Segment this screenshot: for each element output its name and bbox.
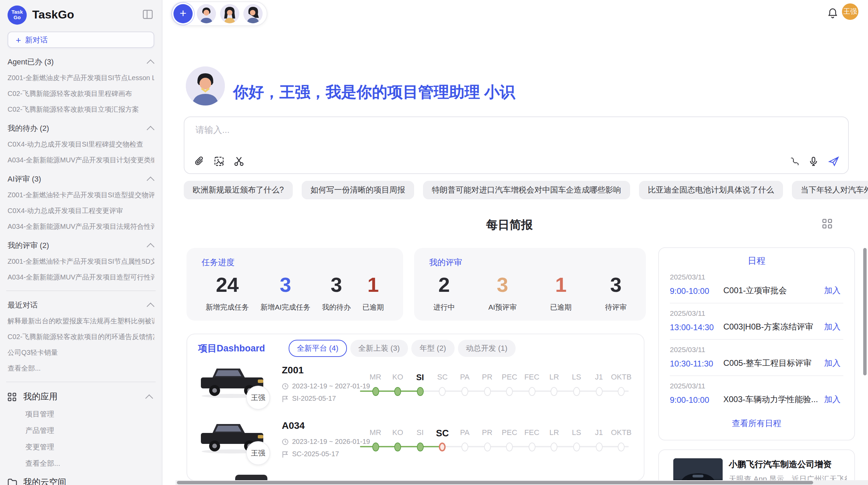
notifications-bell-icon[interactable] xyxy=(828,8,838,18)
divider xyxy=(6,382,156,382)
schedule-time: 10:30-11:30 xyxy=(670,359,723,368)
stat: 1 已逾期 xyxy=(362,273,384,312)
join-meeting-link[interactable]: 加入 xyxy=(824,321,843,333)
schedule-title: 日程 xyxy=(670,255,843,267)
app-logo: Task Go xyxy=(8,5,27,25)
list-item[interactable]: Z001-全新燃油轻卡产品开发项目SI节点属性5D文件评审 xyxy=(8,257,154,266)
section-header-my-todo[interactable]: 我的待办 (2) xyxy=(8,123,154,134)
flag-icon xyxy=(282,395,289,402)
tab-all-new-platform[interactable]: 全新平台 (4) xyxy=(289,340,347,357)
flag-icon xyxy=(282,450,289,457)
project-flag-milestone: SC-2025-05-17 xyxy=(282,450,339,458)
briefing-title: 每日简报 xyxy=(162,217,856,233)
list-item[interactable]: C0X4-动力总成开发项目工程变更评审 xyxy=(8,206,154,216)
schedule-entry: 2025/03/11 9:00-10:00 C001-立项审批会 加入 xyxy=(670,267,843,303)
layout-grid-icon[interactable] xyxy=(822,219,832,229)
join-meeting-link[interactable]: 加入 xyxy=(824,394,843,406)
list-item[interactable]: C02-飞腾新能源轻客改款项目的闭环通告反馈情况 xyxy=(8,332,154,342)
suggestion-chip[interactable]: 当下年轻人对汽车外观有怎样的喜好趋势 xyxy=(792,181,868,199)
add-agent-button[interactable]: + xyxy=(173,4,193,23)
suggestion-chips: 欧洲新规最近颁布了什么? 如何写一份清晰的项目周报 特朗普可能对进口汽车增税会对… xyxy=(184,181,868,199)
sidebar-item-product-mgmt[interactable]: 产品管理 xyxy=(25,426,154,436)
sidebar-collapse-icon[interactable] xyxy=(143,10,153,19)
divider xyxy=(6,290,156,291)
list-item[interactable]: 公司Q3轻卡销量 xyxy=(8,348,154,358)
section-header-recent-chats[interactable]: 最近对话 xyxy=(8,300,154,310)
suggestion-chip[interactable]: 比亚迪全固态电池计划具体说了什么 xyxy=(639,181,783,199)
view-all-schedule-link[interactable]: 查看所有日程 xyxy=(670,412,843,436)
horizontal-scrollbar[interactable] xyxy=(176,480,868,485)
agent-avatar-1[interactable] xyxy=(197,4,216,23)
section-header-my-review[interactable]: 我的评审 (2) xyxy=(8,240,154,251)
sidebar-item-cloud-space[interactable]: 我的云空间 xyxy=(8,477,154,485)
milestone-dot xyxy=(595,442,602,451)
suggestion-chip[interactable]: 如何写一份清晰的项目周报 xyxy=(302,181,414,199)
stat-label: 我的待办 xyxy=(322,303,351,312)
list-item[interactable]: C02-飞腾新能源轻客改款项目里程碑画布 xyxy=(8,89,154,99)
schedule-name: X003-车辆动力学性能验... xyxy=(723,394,824,406)
list-item[interactable]: Z001-全新燃油皮卡产品开发项目SI节点Lesson Learn报告 xyxy=(8,73,154,83)
chevron-up-icon xyxy=(147,243,155,251)
schedule-panel: 日程 2025/03/11 9:00-10:00 C001-立项审批会 加入 2… xyxy=(658,247,855,440)
stat: 3 我的待办 xyxy=(322,273,351,312)
milestone-dot xyxy=(551,387,558,396)
join-meeting-link[interactable]: 加入 xyxy=(824,358,843,369)
send-icon[interactable] xyxy=(828,156,839,166)
new-chat-button[interactable]: + 新对话 xyxy=(8,32,154,48)
scissors-icon[interactable] xyxy=(234,156,244,166)
greeting-text: 你好，王强，我是你的项目管理助理 小识 xyxy=(233,82,515,103)
vertical-scrollbar-thumb[interactable] xyxy=(863,248,867,375)
task-progress-card: 任务进度 24 新增完成任务 3 新增AI完成任务 3 我的待办 1 已逾期 xyxy=(186,248,403,321)
join-meeting-link[interactable]: 加入 xyxy=(824,285,843,297)
stat: 24 新增完成任务 xyxy=(206,273,249,312)
tab-new-body[interactable]: 全新上装 (3) xyxy=(350,340,408,357)
agent-avatar-2[interactable] xyxy=(220,4,239,23)
milestone-dot xyxy=(461,442,468,451)
milestone-dot xyxy=(461,387,468,396)
grid-icon xyxy=(8,392,17,402)
clock-icon xyxy=(282,383,289,389)
sidebar-item-change-mgmt[interactable]: 变更管理 xyxy=(25,443,154,452)
sidebar-item-label: 我的应用 xyxy=(23,391,58,403)
stat-label: 已逾期 xyxy=(362,303,384,312)
stat: 3 AI预评审 xyxy=(488,273,517,312)
sidebar-item-project-mgmt[interactable]: 项目管理 xyxy=(25,410,154,419)
image-icon[interactable] xyxy=(214,156,224,166)
list-item[interactable]: A034-全新新能源MUV产品开发项目计划变更类编写 xyxy=(8,156,154,165)
section-header-ai-review[interactable]: AI评审 (3) xyxy=(8,174,154,184)
list-item[interactable]: C02-飞腾新能源轻客改款项目立项汇报方案 xyxy=(8,105,154,114)
schedule-date: 2025/03/11 xyxy=(670,382,843,390)
news-card[interactable]: 小鹏飞行汽车制造公司增资 天眼查 App 显示，近日广州汇天飞行汽... xyxy=(658,449,855,485)
section-label: 我的待办 (2) xyxy=(8,123,49,134)
sidebar-item-my-apps[interactable]: 我的应用 xyxy=(8,391,154,403)
milestone-dot xyxy=(595,387,602,396)
agent-avatar-3[interactable] xyxy=(243,4,263,23)
section-header-agent-done[interactable]: Agent已办 (3) xyxy=(8,57,154,67)
logo-text-bottom: Go xyxy=(14,15,21,21)
user-avatar[interactable]: 王强 xyxy=(842,3,858,20)
news-title: 小鹏飞行汽车制造公司增资 xyxy=(729,459,832,471)
schedule-entry: 2025/03/11 13:00-14:30 C003|H0B-方案冻结评审 加… xyxy=(670,303,843,340)
phone-icon[interactable] xyxy=(788,156,799,166)
list-item[interactable]: A034-全新新能源MUV产品开发项目造型可行性评审 xyxy=(8,273,154,282)
list-item[interactable]: 查看全部... xyxy=(8,364,154,373)
list-item[interactable]: A034-全新新能源MUV产品开发项目法规符合性评审 xyxy=(8,222,154,232)
horizontal-scrollbar-thumb[interactable] xyxy=(177,481,813,484)
list-item[interactable]: C0X4-动力总成开发项目SI里程碑提交物检查 xyxy=(8,140,154,149)
sidebar-item-view-all-apps[interactable]: 查看全部... xyxy=(25,459,154,469)
schedule-time: 9:00-10:00 xyxy=(670,395,723,405)
milestone-track: MRKOSISCPAPRPECFECLRLSJ1OKTB xyxy=(360,373,634,401)
stat: 2 进行中 xyxy=(433,273,455,312)
list-item[interactable]: Z001-全新燃油轻卡产品开发项目SI造型提交物评审 xyxy=(8,190,154,200)
tab-year-model[interactable]: 年型 (2) xyxy=(411,340,454,357)
milestone-dot xyxy=(484,442,491,451)
milestone-dot xyxy=(506,442,513,451)
paperclip-icon[interactable] xyxy=(194,156,204,166)
chat-input[interactable] xyxy=(194,124,677,136)
tab-powertrain[interactable]: 动总开发 (1) xyxy=(458,340,516,357)
suggestion-chip[interactable]: 欧洲新规最近颁布了什么? xyxy=(184,181,293,199)
list-item[interactable]: 解释最新出台的欧盟报废车法规再生塑料比例被调至15%... xyxy=(8,316,154,326)
milestone-dot xyxy=(417,387,423,396)
suggestion-chip[interactable]: 特朗普可能对进口汽车增税会对中国车企造成哪些影响 xyxy=(423,181,630,199)
microphone-icon[interactable] xyxy=(808,156,819,166)
